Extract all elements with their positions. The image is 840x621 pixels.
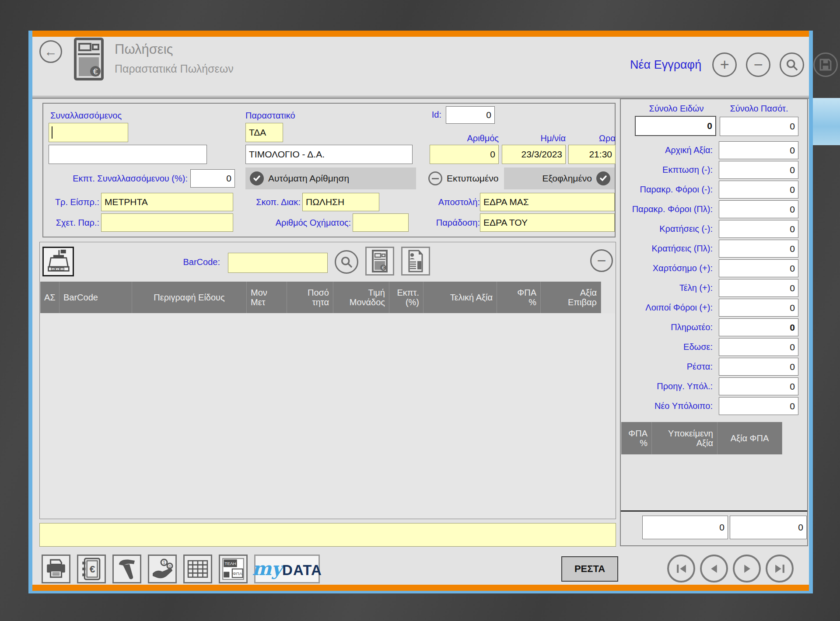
svg-text:X: X <box>57 268 59 271</box>
auto-numbering-toggle[interactable]: Αυτόματη Αρίθμηση <box>245 167 416 189</box>
totals-row-field[interactable]: 0 <box>719 318 798 336</box>
totals-row-field[interactable]: 0 <box>719 279 798 297</box>
shipping-field[interactable]: ΕΔΡΑ ΜΑΣ <box>480 193 615 211</box>
totals-row: Κρατήσεις (-): 0 <box>621 219 807 239</box>
svg-text:W: W <box>52 268 54 271</box>
window-accent-bottom <box>32 585 809 591</box>
col-header-as[interactable]: ΑΣ <box>40 282 60 313</box>
document-name-field[interactable]: ΤΙΜΟΛΟΓΙΟ - Δ.Α. <box>245 145 413 164</box>
totals-row-field[interactable]: 0 <box>719 141 798 159</box>
minus-icon: − <box>597 253 606 269</box>
vat-col-base[interactable]: Υποκείμενη Αξία <box>652 422 718 454</box>
id-field[interactable]: 0 <box>446 106 495 124</box>
barcode-label: BarCode: <box>162 257 220 267</box>
payment-hand-button[interactable]: 1 0 <box>148 555 177 583</box>
col-header-description[interactable]: Περιγραφή Είδους <box>132 282 247 313</box>
footer-total-field-2[interactable]: 0 <box>730 516 807 539</box>
mydata-logo-data: DATA <box>282 562 322 579</box>
cash-register-button[interactable]: W X 0 <box>42 247 74 276</box>
time-value: 21:30 <box>589 149 612 160</box>
mydata-button[interactable]: myDATA <box>254 555 320 583</box>
barcode-input[interactable] <box>228 253 328 273</box>
totals-row-field[interactable]: 0 <box>719 161 798 179</box>
qty-total-header: Σύνολο Πασότ. <box>720 104 798 114</box>
col-header-discount[interactable]: Εκπτ. (%) <box>389 282 424 313</box>
paid-toggle[interactable]: Εξοφλημένο <box>504 167 615 189</box>
counterparty-name-field[interactable] <box>49 145 207 164</box>
search-record-button[interactable] <box>780 52 804 77</box>
back-button[interactable]: ← <box>39 40 62 63</box>
totals-panel: Σύνολο Ειδών Σύνολο Πασότ. 0 0 Αρχική Αξ… <box>620 98 808 546</box>
window-border-right <box>809 31 813 591</box>
totals-row-field[interactable]: 0 <box>719 377 798 395</box>
col-header-unit[interactable]: Μον Μετ <box>247 282 287 313</box>
date-field[interactable]: 23/3/2023 <box>502 145 566 164</box>
save-record-button[interactable] <box>813 52 838 77</box>
items-total-field[interactable]: 0 <box>635 116 716 136</box>
totals-row-field[interactable]: 0 <box>719 259 798 277</box>
totals-row-field[interactable]: 0 <box>719 240 798 258</box>
desktop: { "window": { "title": "Πωλήσεις", "subt… <box>0 0 840 621</box>
last-record-button[interactable] <box>766 555 794 583</box>
totals-row-field[interactable]: 0 <box>719 181 798 199</box>
counterparty-code-field[interactable] <box>49 123 128 142</box>
items-table-body[interactable] <box>40 313 615 518</box>
delete-record-button[interactable]: − <box>746 52 770 77</box>
col-header-vat[interactable]: ΦΠΑ % <box>497 282 541 313</box>
col-header-unit-price[interactable]: Τιμή Μονάδος <box>333 282 389 313</box>
mydata-logo-my: my <box>252 556 282 582</box>
payment-method-field[interactable]: ΜΕΤΡΗΤΑ <box>101 193 233 211</box>
barcode-search-button[interactable] <box>335 250 358 274</box>
totals-row-field[interactable]: 0 <box>719 220 798 238</box>
footer-total-field-1[interactable]: 0 <box>642 516 728 539</box>
items-panel: W X 0 BarCode: € − <box>39 242 616 519</box>
check-circle-icon <box>250 171 264 185</box>
totals-row: Λοιποί Φόροι (+): 0 <box>621 298 807 317</box>
printed-toggle[interactable]: Εκτυπωμένο <box>428 171 499 185</box>
totals-row-label: Κρατήσεις (Πλ): <box>621 244 716 254</box>
item-card-button[interactable] <box>401 247 430 276</box>
related-doc-field[interactable] <box>101 213 233 232</box>
first-record-button[interactable] <box>667 555 695 583</box>
items-grid-button[interactable] <box>183 555 212 583</box>
add-record-button[interactable]: + <box>712 52 737 77</box>
totals-row-field[interactable]: 0 <box>719 299 798 317</box>
col-header-final-value[interactable]: Τελική Αξία <box>424 282 497 313</box>
search-icon <box>340 255 353 269</box>
qty-total-field[interactable]: 0 <box>720 117 798 136</box>
delivery-field[interactable]: ΕΔΡΑ ΤΟΥ <box>480 213 615 232</box>
cash-button[interactable]: € <box>77 555 106 583</box>
document-code-field[interactable]: ΤΔΑ <box>245 123 283 142</box>
vat-col-amount[interactable]: Αξία ΦΠΑ <box>718 422 782 454</box>
previous-record-button[interactable] <box>700 555 728 583</box>
printed-label: Εκτυπωμένο <box>447 173 499 184</box>
notes-input[interactable] <box>39 523 616 547</box>
next-record-button[interactable] <box>733 555 761 583</box>
counterparty-discount-field[interactable]: 0 <box>190 169 235 188</box>
vat-col-percent[interactable]: ΦΠΑ % <box>621 422 652 454</box>
vat-table-header: ΦΠΑ % Υποκείμενη Αξία Αξία ΦΠΑ <box>621 422 782 454</box>
col-header-quantity[interactable]: Ποσό τητα <box>287 282 333 313</box>
print-icon <box>45 559 67 579</box>
purpose-field[interactable]: ΠΩΛΗΣΗ <box>302 193 379 211</box>
totals-row-field[interactable]: 0 <box>719 338 798 356</box>
page-title: Πωλήσεις <box>115 42 173 57</box>
totals-row-field[interactable]: 0 <box>719 200 798 218</box>
auto-numbering-label: Αυτόματη Αρίθμηση <box>268 173 349 184</box>
window-border-left <box>28 31 32 591</box>
col-header-barcode[interactable]: BarCode <box>60 282 132 313</box>
vehicle-number-field[interactable] <box>353 213 409 232</box>
totals-row-field[interactable]: 0 <box>719 358 798 376</box>
change-button[interactable]: ΡΕΣΤΑ <box>561 556 618 582</box>
totals-row-field[interactable]: 0 <box>719 397 798 415</box>
time-field[interactable]: 21:30 <box>568 145 616 164</box>
item-invoice-button[interactable]: € <box>365 247 394 276</box>
barcode-scanner-button[interactable] <box>112 555 141 583</box>
fees-vat-button[interactable]: ΤΕΛΗ ΦΠΑ <box>219 555 248 583</box>
print-button[interactable] <box>42 555 70 583</box>
remove-line-button[interactable]: − <box>590 249 613 272</box>
col-header-surcharge[interactable]: Αξία Επιβαρ <box>541 282 601 313</box>
number-field[interactable]: 0 <box>430 145 499 164</box>
qty-total-value: 0 <box>790 121 795 132</box>
date-value: 23/3/2023 <box>522 149 562 160</box>
